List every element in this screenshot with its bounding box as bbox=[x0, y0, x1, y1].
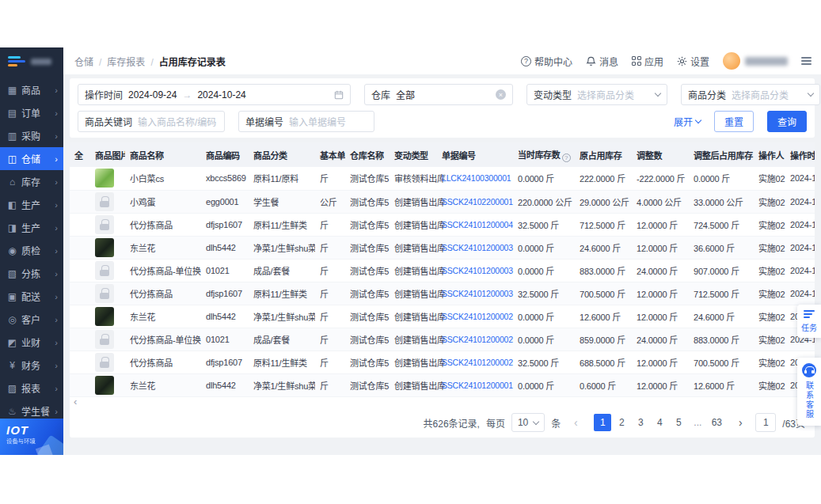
table-row[interactable]: 代分拣商品dfjsp1607原料11/生鲜类斤测试仓库5创建销售出库SSCK24… bbox=[70, 213, 815, 236]
page-button[interactable]: 63 bbox=[708, 414, 725, 431]
sidebar-item-biz-finance[interactable]: ◩业财› bbox=[0, 331, 63, 354]
apps-button[interactable]: 应用 bbox=[632, 55, 663, 68]
sidebar-item-label: 客户 bbox=[21, 313, 40, 326]
calendar-icon bbox=[334, 90, 344, 100]
help-label: 帮助中心 bbox=[534, 55, 572, 68]
cell-unit: 斤 bbox=[315, 351, 345, 373]
cell-warehouse: 测试仓库5 bbox=[345, 305, 390, 328]
sidebar-item-sorting[interactable]: ▧分拣› bbox=[0, 262, 63, 285]
cell-operator: 实施02 bbox=[754, 328, 785, 351]
iot-panel[interactable]: IOT 设备与环境 bbox=[0, 419, 63, 455]
messages-button[interactable]: 消息 bbox=[586, 55, 618, 68]
row-select-cell[interactable] bbox=[70, 213, 90, 236]
user-menu[interactable] bbox=[723, 52, 788, 70]
column-header: 商品图片 bbox=[90, 142, 125, 167]
table-row[interactable]: 代分拣商品dfjsp1607原料11/生鲜类斤测试仓库5创建销售出库SSCK24… bbox=[70, 282, 815, 305]
sidebar-item-inventory[interactable]: ⌂库存› bbox=[0, 170, 63, 193]
breadcrumb-item[interactable]: 仓储 bbox=[74, 55, 107, 68]
tasks-float-button[interactable]: 任务 bbox=[797, 305, 821, 338]
logo-icon bbox=[8, 56, 25, 68]
column-header: 单据编号 bbox=[437, 142, 513, 167]
reset-button[interactable]: 重置 bbox=[714, 111, 754, 132]
sidebar-item-customers[interactable]: ◎客户› bbox=[0, 308, 63, 331]
doc-no-link[interactable]: SSCK24101200002 bbox=[442, 312, 513, 321]
doc-no-input[interactable]: 单据编号 输入单据编号 bbox=[238, 111, 374, 132]
h-scroll-left-icon[interactable] bbox=[74, 396, 77, 407]
cell-op-time: 2024-10-2 bbox=[785, 167, 815, 190]
search-button[interactable]: 查询 bbox=[767, 111, 807, 132]
cell-after-occupied: 712.5000 斤 bbox=[689, 282, 754, 305]
operation-time-range-input[interactable]: 操作时间 2024-09-24 2024-10-24 bbox=[78, 84, 351, 105]
page-button[interactable]: 1 bbox=[594, 414, 611, 431]
doc-no-link[interactable]: SSCK24101200003 bbox=[442, 289, 513, 298]
doc-no-link[interactable]: SSCK24101200003 bbox=[442, 266, 513, 275]
cell-category: 原料11/原料 bbox=[249, 167, 315, 190]
sidebar-item-orders[interactable]: ▤订单› bbox=[0, 101, 63, 124]
sidebar-item-quality[interactable]: ◉质检› bbox=[0, 239, 63, 262]
prev-page-button[interactable] bbox=[567, 414, 584, 431]
settings-button[interactable]: 设置 bbox=[677, 55, 709, 68]
sidebar-item-production[interactable]: ◧生产› bbox=[0, 193, 63, 216]
row-select-cell[interactable] bbox=[70, 305, 90, 328]
row-select-cell[interactable] bbox=[70, 167, 90, 190]
sidebar-item-purchase[interactable]: ▥采购› bbox=[0, 124, 63, 147]
help-center-button[interactable]: 帮助中心 bbox=[521, 55, 572, 68]
doc-no-link[interactable]: LLCK24100300001 bbox=[442, 173, 511, 183]
table-row[interactable]: 代分拣商品-单位换算01021成品/套餐斤测试仓库5创建销售出库SSCK2410… bbox=[70, 259, 815, 282]
collapse-icon[interactable] bbox=[801, 57, 811, 65]
expand-toggle[interactable]: 展开 bbox=[674, 115, 701, 128]
change-type-select[interactable]: 变动类型 选择商品分类 bbox=[526, 84, 667, 105]
page-button[interactable]: 4 bbox=[651, 414, 668, 431]
cell-change-type: 创建销售出库 bbox=[390, 305, 437, 328]
warehouse-select[interactable]: 仓库 全部 bbox=[364, 84, 513, 105]
sidebar-item-production-2[interactable]: ◨生产› bbox=[0, 216, 63, 239]
page-size-select[interactable]: 10 bbox=[511, 413, 545, 432]
doc-no-link[interactable]: SSCK24101200004 bbox=[442, 220, 513, 229]
sidebar-item-warehouse[interactable]: ◫仓储› bbox=[0, 147, 63, 170]
category-select[interactable]: 商品分类 选择商品分类 bbox=[681, 84, 820, 105]
cell-orig-occupied: 0.6000 斤 bbox=[575, 373, 632, 396]
app-logo bbox=[0, 47, 63, 76]
row-select-cell[interactable] bbox=[70, 282, 90, 305]
cell-code: dlh5442 bbox=[201, 305, 249, 328]
next-page-button[interactable] bbox=[732, 414, 749, 431]
table-row[interactable]: 小白菜csxbccs5869原料11/原料斤测试仓库5审核领料出库LLCK241… bbox=[70, 167, 815, 190]
sidebar-item-reports[interactable]: ▨报表› bbox=[0, 377, 63, 400]
chevron-down-icon bbox=[808, 90, 814, 97]
breadcrumb-item[interactable]: 库存报表 bbox=[107, 55, 158, 68]
row-select-cell[interactable] bbox=[70, 351, 90, 373]
table-row[interactable]: 小鸡蛋egg0001学生餐公斤测试仓库5创建销售出库SSCK2410220000… bbox=[70, 190, 815, 213]
row-select-cell[interactable] bbox=[70, 328, 90, 351]
table-scroll-area[interactable]: 全商品图片商品名称商品编码商品分类基本单位仓库名称变动类型单据编号当时库存数原占… bbox=[70, 142, 815, 397]
cell-warehouse: 测试仓库5 bbox=[345, 167, 390, 190]
table-row[interactable]: 代分拣商品-单位换算01021成品/套餐斤测试仓库5创建销售出库SSCK2410… bbox=[70, 328, 815, 351]
doc-no-link[interactable]: SSCK24102200001 bbox=[442, 197, 513, 207]
page-button[interactable]: 3 bbox=[632, 414, 649, 431]
keyword-input[interactable]: 商品关键词 输入商品名称/编码 bbox=[78, 111, 225, 132]
table-row[interactable]: 东兰花dlh5442净菜1/生鲜shu菜类..斤测试仓库5创建销售出库SSCK2… bbox=[70, 305, 815, 328]
doc-no-link[interactable]: SSCK24101200002 bbox=[442, 335, 513, 344]
clear-icon[interactable] bbox=[496, 89, 506, 100]
sidebar-item-student-meal[interactable]: ♨学生餐› bbox=[0, 400, 63, 419]
table-row[interactable]: 代分拣商品dfjsp1607原料11/生鲜类斤测试仓库5创建销售出库SSCK24… bbox=[70, 351, 815, 373]
page-jump-input[interactable]: 1 bbox=[755, 413, 776, 432]
row-select-cell[interactable] bbox=[70, 373, 90, 396]
row-select-cell[interactable] bbox=[70, 236, 90, 259]
page-button[interactable]: 5 bbox=[670, 414, 687, 431]
table-row[interactable]: 东兰花dlh5442净菜1/生鲜shu菜类..斤测试仓库5创建销售出库SSCK2… bbox=[70, 236, 815, 259]
sidebar-item-delivery[interactable]: ▣配送› bbox=[0, 285, 63, 308]
doc-no-link[interactable]: SSCK24101200003 bbox=[442, 243, 513, 252]
row-select-cell[interactable] bbox=[70, 190, 90, 213]
cell-after-occupied: 12.6000 斤 bbox=[689, 373, 754, 396]
sidebar-item-products[interactable]: ▦商品› bbox=[0, 78, 63, 101]
info-icon[interactable] bbox=[562, 153, 571, 162]
sidebar: ▦商品›▤订单›▥采购›◫仓储›⌂库存›◧生产›◨生产›◉质检›▧分拣›▣配送›… bbox=[0, 47, 63, 455]
row-select-cell[interactable] bbox=[70, 259, 90, 282]
customer-service-float-button[interactable]: 联系客服 bbox=[797, 358, 821, 426]
doc-no-link[interactable]: SSCK24101200002 bbox=[442, 358, 513, 367]
page-button[interactable]: 2 bbox=[613, 414, 630, 431]
doc-no-link[interactable]: SSCK24101200001 bbox=[442, 381, 513, 390]
sidebar-item-finance[interactable]: ¥财务› bbox=[0, 354, 63, 377]
table-row[interactable]: 东兰花dlh5442净菜1/生鲜shu菜类..斤测试仓库5创建销售出库SSCK2… bbox=[70, 373, 815, 396]
cell-stock-at-time: 0.0000 斤 bbox=[513, 259, 575, 282]
